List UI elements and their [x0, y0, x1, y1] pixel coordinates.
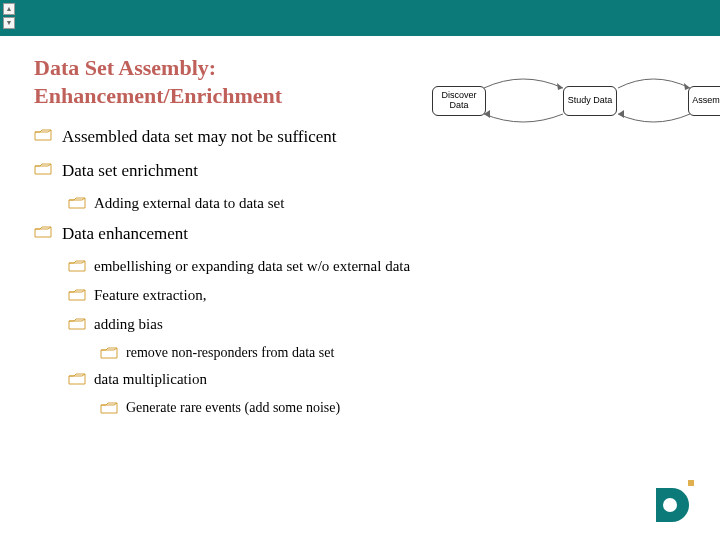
folder-icon: [100, 347, 118, 359]
control-prev-icon[interactable]: ▲: [3, 3, 15, 15]
bullet-text: Data enhancement: [62, 224, 188, 243]
folder-icon: [100, 402, 118, 414]
slide-title-line2: Enhancement/Enrichment: [34, 83, 282, 108]
bullet-list: Assembled data set may not be sufficent …: [34, 127, 686, 416]
bullet-l2: adding bias: [34, 316, 686, 333]
brand-logo: [648, 480, 698, 522]
bullet-text: remove non-responders from data set: [126, 345, 334, 360]
folder-icon: [34, 226, 52, 238]
bullet-l1: Assembled data set may not be sufficent: [34, 127, 686, 147]
slide-controls: ▲ ▼: [3, 3, 15, 29]
bullet-l3: Generate rare events (add some noise): [34, 400, 686, 416]
bullet-text: Generate rare events (add some noise): [126, 400, 340, 415]
folder-icon: [68, 373, 86, 385]
slide-title-line1: Data Set Assembly:: [34, 55, 216, 80]
svg-point-5: [663, 498, 677, 512]
bullet-l1: Data set enrichment: [34, 161, 686, 181]
bullet-text: Data set enrichment: [62, 161, 198, 180]
folder-icon: [68, 197, 86, 209]
bullet-text: Assembled data set may not be sufficent: [62, 127, 336, 146]
bullet-text: Feature extraction,: [94, 287, 206, 303]
bullet-l2: data multiplication: [34, 371, 686, 388]
control-next-icon[interactable]: ▼: [3, 17, 15, 29]
folder-icon: [68, 318, 86, 330]
folder-icon: [68, 289, 86, 301]
bullet-text: embellishing or expanding data set w/o e…: [94, 258, 410, 274]
bullet-l3: remove non-responders from data set: [34, 345, 686, 361]
bullet-l2: embellishing or expanding data set w/o e…: [34, 258, 686, 275]
bullet-l1: Data enhancement: [34, 224, 686, 244]
bullet-text: data multiplication: [94, 371, 207, 387]
bullet-l2: Adding external data to data set: [34, 195, 686, 212]
folder-icon: [68, 260, 86, 272]
slide-title: Data Set Assembly: Enhancement/Enrichmen…: [34, 54, 686, 109]
bullet-text: Adding external data to data set: [94, 195, 284, 211]
folder-icon: [34, 129, 52, 141]
svg-rect-4: [688, 480, 694, 486]
folder-icon: [34, 163, 52, 175]
bullet-l2: Feature extraction,: [34, 287, 686, 304]
slide-content: Data Set Assembly: Enhancement/Enrichmen…: [0, 36, 720, 416]
bullet-text: adding bias: [94, 316, 163, 332]
header-bar: ▲ ▼: [0, 0, 720, 36]
